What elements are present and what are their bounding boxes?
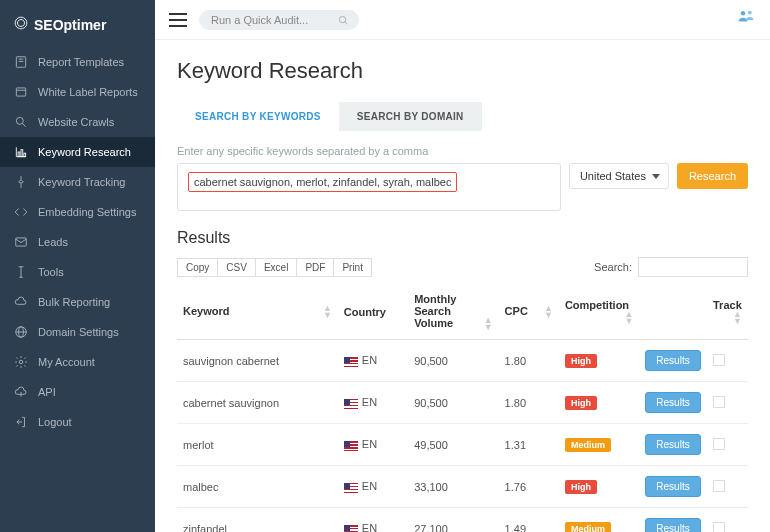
table-row: zinfandelEN27,1001.49MediumResults (177, 508, 748, 533)
sidebar-item-domain-settings[interactable]: Domain Settings (0, 317, 155, 347)
sidebar-item-embedding-settings[interactable]: Embedding Settings (0, 197, 155, 227)
svg-rect-0 (16, 57, 25, 68)
export-print-button[interactable]: Print (333, 258, 372, 277)
sort-icon: ▲▼ (484, 317, 493, 331)
user-icon[interactable] (736, 8, 756, 31)
table-row: sauvignon cabernetEN90,5001.80HighResult… (177, 340, 748, 382)
svg-point-25 (741, 11, 746, 16)
table-row: merlotEN49,5001.31MediumResults (177, 424, 748, 466)
competition-badge: High (565, 354, 597, 368)
cell-country: EN (338, 508, 408, 533)
page-title: Keyword Research (177, 58, 748, 84)
export-csv-button[interactable]: CSV (217, 258, 256, 277)
col-volume[interactable]: Monthly Search Volume▲▼ (408, 285, 498, 340)
crawl-icon (14, 115, 28, 129)
sidebar-item-api[interactable]: API (0, 377, 155, 407)
sidebar-item-website-crawls[interactable]: Website Crawls (0, 107, 155, 137)
keywords-value: cabernet sauvignon, merlot, zinfandel, s… (188, 172, 457, 192)
sidebar-item-bulk-reporting[interactable]: Bulk Reporting (0, 287, 155, 317)
cell-competition: High (559, 466, 639, 508)
tab-search-domain[interactable]: SEARCH BY DOMAIN (339, 102, 482, 131)
country-value: United States (580, 170, 646, 182)
topbar: Run a Quick Audit... (155, 0, 770, 40)
svg-point-26 (748, 11, 752, 15)
cell-country: EN (338, 466, 408, 508)
cell-competition: Medium (559, 424, 639, 466)
cloud-icon (14, 295, 28, 309)
sidebar-item-logout[interactable]: Logout (0, 407, 155, 437)
col-cpc[interactable]: CPC▲▼ (499, 285, 559, 340)
track-checkbox[interactable] (713, 438, 725, 450)
row-results-button[interactable]: Results (645, 392, 700, 413)
keywords-input[interactable]: cabernet sauvignon, merlot, zinfandel, s… (177, 163, 561, 211)
sidebar-item-label: White Label Reports (38, 86, 138, 98)
track-checkbox[interactable] (713, 480, 725, 492)
cell-cpc: 1.49 (499, 508, 559, 533)
cell-competition: Medium (559, 508, 639, 533)
svg-point-23 (339, 16, 345, 22)
sidebar-item-tools[interactable]: Tools (0, 257, 155, 287)
col-keyword[interactable]: Keyword▲▼ (177, 285, 338, 340)
competition-badge: High (565, 480, 597, 494)
pin-icon (14, 175, 28, 189)
tabs: SEARCH BY KEYWORDS SEARCH BY DOMAIN (177, 102, 748, 131)
export-pdf-button[interactable]: PDF (296, 258, 334, 277)
sidebar-item-report-templates[interactable]: Report Templates (0, 47, 155, 77)
row-results-button[interactable]: Results (645, 434, 700, 455)
sidebar-item-label: Logout (38, 416, 72, 428)
competition-badge: Medium (565, 522, 611, 533)
row-results-button[interactable]: Results (645, 518, 700, 532)
hamburger-icon[interactable] (169, 13, 187, 27)
sidebar-item-label: Bulk Reporting (38, 296, 110, 308)
track-checkbox[interactable] (713, 354, 725, 366)
row-results-button[interactable]: Results (645, 476, 700, 497)
us-flag-icon (344, 483, 358, 493)
globe-icon (14, 325, 28, 339)
sidebar-item-keyword-tracking[interactable]: Keyword Tracking (0, 167, 155, 197)
svg-point-20 (19, 360, 23, 364)
svg-rect-11 (24, 153, 26, 157)
sidebar-item-white-label-reports[interactable]: White Label Reports (0, 77, 155, 107)
sort-icon: ▲▼ (544, 305, 553, 319)
brand-logo[interactable]: SEOptimer (0, 8, 155, 47)
sidebar-item-my-account[interactable]: My Account (0, 347, 155, 377)
cell-volume: 33,100 (408, 466, 498, 508)
logout-icon (14, 415, 28, 429)
cell-country: EN (338, 382, 408, 424)
cell-country: EN (338, 340, 408, 382)
tab-search-keywords[interactable]: SEARCH BY KEYWORDS (177, 102, 339, 131)
sidebar-item-label: Domain Settings (38, 326, 119, 338)
research-button[interactable]: Research (677, 163, 748, 189)
brand-name: SEOptimer (34, 17, 106, 33)
export-buttons: CopyCSVExcelPDFPrint (177, 258, 372, 277)
table-row: malbecEN33,1001.76HighResults (177, 466, 748, 508)
track-checkbox[interactable] (713, 396, 725, 408)
input-hint: Enter any specific keywords separated by… (177, 145, 748, 157)
gear-icon (14, 355, 28, 369)
cell-keyword: zinfandel (177, 508, 338, 533)
us-flag-icon (344, 357, 358, 367)
sidebar-item-keyword-research[interactable]: Keyword Research (0, 137, 155, 167)
mail-icon (14, 235, 28, 249)
sidebar-item-leads[interactable]: Leads (0, 227, 155, 257)
col-track[interactable]: Track▲▼ (707, 285, 748, 340)
sort-icon: ▲▼ (733, 311, 742, 325)
sidebar-item-label: Keyword Research (38, 146, 131, 158)
svg-rect-9 (18, 152, 20, 157)
row-results-button[interactable]: Results (645, 350, 700, 371)
country-select[interactable]: United States (569, 163, 669, 189)
track-checkbox[interactable] (713, 522, 725, 533)
cell-volume: 49,500 (408, 424, 498, 466)
export-copy-button[interactable]: Copy (177, 258, 218, 277)
sidebar-item-label: Tools (38, 266, 64, 278)
export-excel-button[interactable]: Excel (255, 258, 297, 277)
embed-icon (14, 205, 28, 219)
api-icon (14, 385, 28, 399)
col-country[interactable]: Country (338, 285, 408, 340)
table-search-input[interactable] (638, 257, 748, 277)
competition-badge: High (565, 396, 597, 410)
quick-audit-placeholder: Run a Quick Audit... (211, 14, 308, 26)
quick-audit-input[interactable]: Run a Quick Audit... (199, 10, 359, 30)
col-competition[interactable]: Competition▲▼ (559, 285, 639, 340)
sidebar-nav: Report TemplatesWhite Label ReportsWebsi… (0, 47, 155, 437)
